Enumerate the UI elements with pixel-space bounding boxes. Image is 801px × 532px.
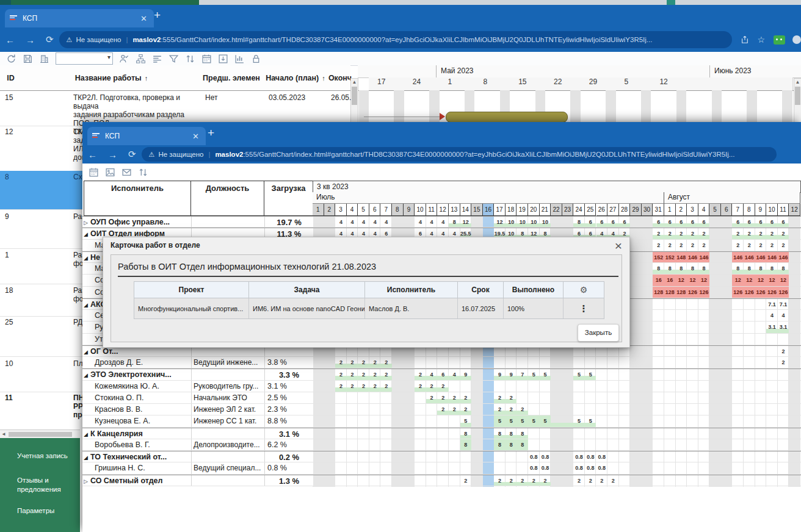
load-cell[interactable]: 2 xyxy=(460,404,472,415)
load-cell[interactable]: 2 xyxy=(766,228,778,239)
resource-name[interactable]: Гришина Н. С. xyxy=(84,462,201,473)
day-header[interactable]: 17 xyxy=(494,204,506,216)
dialog-col-header[interactable]: Задача xyxy=(249,282,365,298)
load-cell[interactable]: 8 xyxy=(449,217,460,227)
day-header[interactable]: 1 xyxy=(313,204,324,216)
load-cell[interactable]: 6 xyxy=(596,217,608,227)
day-header[interactable]: 11 xyxy=(426,204,438,216)
task-row[interactable]: 15ТКР2Л. Подготовка, проверка и выдачаза… xyxy=(0,92,354,126)
load-cell[interactable]: 2 xyxy=(415,381,426,392)
mail-icon[interactable] xyxy=(121,167,132,178)
collapse-icon[interactable]: ◢ xyxy=(84,231,88,237)
load-cell[interactable]: 2 xyxy=(732,228,744,239)
load-cell[interactable]: 2 xyxy=(347,357,358,368)
load-cell[interactable]: 12 xyxy=(778,275,789,286)
load-cell[interactable]: 4 xyxy=(358,217,369,227)
download-icon[interactable] xyxy=(218,54,228,64)
day-header[interactable]: 1 xyxy=(664,204,676,216)
day-header[interactable]: 3 xyxy=(687,204,698,216)
load-cell[interactable]: 0.8 xyxy=(573,462,585,473)
load-cell[interactable]: 8 xyxy=(778,263,789,274)
col-header-id[interactable]: ID xyxy=(0,65,22,90)
align-lines-icon[interactable] xyxy=(152,54,162,64)
load-cell[interactable]: 5 xyxy=(506,415,517,426)
forward-icon[interactable]: → xyxy=(20,35,40,45)
resource-name[interactable]: ▷ОУП Офис управле... xyxy=(84,217,190,227)
col-header-assignee[interactable]: Исполнитель xyxy=(84,181,191,216)
load-cell[interactable]: 2 xyxy=(755,228,767,239)
load-cell[interactable]: 2 xyxy=(755,240,767,251)
day-header[interactable]: 8 xyxy=(744,204,755,216)
week-header[interactable]: 24 xyxy=(404,77,440,90)
new-tab-button[interactable]: + xyxy=(208,126,214,140)
load-cell[interactable]: 9 xyxy=(460,369,472,379)
load-cell[interactable]: 128 xyxy=(653,287,664,298)
col-header-name[interactable]: Название работы↑ xyxy=(21,65,202,90)
week-header[interactable]: 5 xyxy=(616,77,652,90)
load-cell[interactable]: 2 xyxy=(369,369,381,379)
load-cell[interactable]: 5 xyxy=(540,369,551,379)
load-cell[interactable]: 2 xyxy=(494,475,506,486)
load-cell[interactable]: 8 xyxy=(573,217,585,227)
load-cell[interactable]: 2 xyxy=(449,392,460,403)
close-tab-icon[interactable]: ✕ xyxy=(139,14,149,23)
load-cell[interactable]: 148 xyxy=(676,252,687,262)
load-cell[interactable]: 4 xyxy=(778,310,789,321)
load-cell[interactable]: 4 xyxy=(380,217,392,227)
load-cell[interactable]: 2 xyxy=(778,346,789,356)
load-cell[interactable]: 146 xyxy=(778,252,789,262)
day-header[interactable]: 12 xyxy=(789,204,800,216)
resource-name[interactable]: Кожемякина Ю. А. xyxy=(84,381,201,392)
load-cell[interactable]: 8 xyxy=(676,263,687,274)
day-header[interactable]: 16 xyxy=(483,204,495,216)
load-cell[interactable]: 2 xyxy=(596,475,608,486)
resource-name[interactable]: ▷СО Сметный отдел xyxy=(84,475,190,486)
week-header[interactable]: 8 xyxy=(474,77,510,90)
load-cell[interactable]: 2 xyxy=(347,381,358,392)
load-cell[interactable]: 5 xyxy=(494,415,506,426)
load-cell[interactable]: 2 xyxy=(437,392,449,403)
load-cell[interactable]: 2 xyxy=(437,381,449,392)
load-cell[interactable]: 2 xyxy=(607,475,619,486)
expand-icon[interactable]: ▷ xyxy=(84,478,88,484)
day-header[interactable]: 26 xyxy=(596,204,608,216)
load-cell[interactable]: 12 xyxy=(687,275,698,286)
week-header[interactable]: 29 xyxy=(581,77,617,90)
week-header[interactable]: 17 xyxy=(369,77,405,90)
gear-icon[interactable]: ⚙ xyxy=(564,282,604,298)
load-cell[interactable]: 0.8 xyxy=(585,462,596,473)
day-header[interactable]: 11 xyxy=(778,204,789,216)
close-button[interactable]: Закрыть xyxy=(578,324,619,342)
load-cell[interactable]: 16 xyxy=(653,275,664,286)
collapse-icon[interactable]: ◢ xyxy=(84,455,88,461)
resource-name[interactable]: Стокина О. П. xyxy=(84,392,201,403)
load-cell[interactable]: 0.8 xyxy=(528,451,540,462)
share-icon[interactable] xyxy=(741,35,749,44)
load-cell[interactable]: 8 xyxy=(664,263,676,274)
load-cell[interactable]: 12 xyxy=(766,275,778,286)
building-icon[interactable] xyxy=(39,54,49,64)
load-cell[interactable]: 2 xyxy=(506,392,517,403)
load-cell[interactable]: 8 xyxy=(506,428,517,439)
load-cell[interactable]: 2 xyxy=(380,369,392,379)
load-cell[interactable]: 2 xyxy=(335,357,347,368)
image-icon[interactable] xyxy=(105,167,115,178)
day-header[interactable]: 4 xyxy=(698,204,710,216)
load-cell[interactable]: 9 xyxy=(506,369,517,379)
load-cell[interactable]: 2 xyxy=(506,404,517,415)
collapse-icon[interactable]: ◢ xyxy=(84,255,88,261)
load-cell[interactable]: 152 xyxy=(664,252,676,262)
load-cell[interactable]: 2 xyxy=(676,240,687,251)
day-header[interactable]: 7 xyxy=(732,204,744,216)
load-cell[interactable]: 2 xyxy=(426,392,438,403)
load-cell[interactable]: 10 xyxy=(516,217,528,227)
day-header[interactable]: 19 xyxy=(516,204,528,216)
fg-tab-ksp[interactable]: КСП ✕ xyxy=(87,127,206,145)
bg-tab-ksp[interactable]: КСП ✕ xyxy=(5,9,154,27)
load-cell[interactable]: 2 xyxy=(744,240,755,251)
load-cell[interactable]: 126 xyxy=(698,287,710,298)
load-cell[interactable]: 8 xyxy=(494,428,506,439)
expand-icon[interactable]: ▷ xyxy=(84,220,88,226)
load-cell[interactable]: 2 xyxy=(449,404,460,415)
collapse-icon[interactable]: ◢ xyxy=(84,372,88,378)
